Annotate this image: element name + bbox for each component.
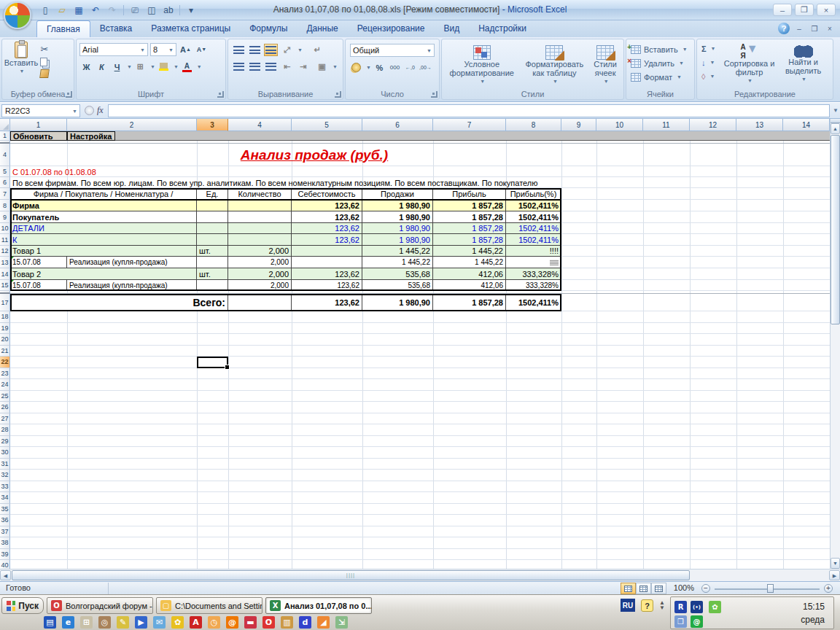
insert-cells-button[interactable]: Вставить▼ xyxy=(629,42,691,56)
cell[interactable]: Обновить xyxy=(10,131,67,141)
cell-r9c7[interactable]: 1 857,28 xyxy=(433,211,506,223)
cell-r13c6[interactable]: 1 445,22 xyxy=(362,257,433,268)
cell-r15c5[interactable]: 123,62 xyxy=(292,280,362,291)
column-header-3[interactable]: 3 xyxy=(197,119,228,131)
row-header-25[interactable]: 25 xyxy=(0,391,10,402)
row-header-1[interactable]: 1 xyxy=(0,131,10,141)
minimize-button[interactable]: – xyxy=(773,4,792,16)
column-header-1[interactable]: 1 xyxy=(10,119,67,131)
shrink-font-button[interactable]: А▼ xyxy=(195,43,209,55)
cell[interactable]: С 01.07.08 по 01.08.08 xyxy=(10,166,362,177)
cell-r10c5[interactable]: 123,62 xyxy=(292,223,362,234)
row-header-19[interactable]: 19 xyxy=(0,323,10,335)
language-indicator[interactable]: RU xyxy=(621,599,635,612)
cell-r15c4[interactable]: 2,000 xyxy=(228,280,292,291)
cell-r13c2[interactable]: Реализация (купля-продажа) xyxy=(67,257,197,268)
currency-format-icon[interactable] xyxy=(349,61,363,74)
cell-r12c3[interactable]: шт. xyxy=(197,246,228,257)
cell-r12c4[interactable]: 2,000 xyxy=(228,246,292,257)
tab-данные[interactable]: Данные xyxy=(297,20,347,37)
column-header-10[interactable]: 10 xyxy=(596,119,643,131)
cell-r11c6[interactable]: 1 980,90 xyxy=(362,234,433,246)
cell-r11c4[interactable] xyxy=(228,234,292,246)
cut-icon[interactable]: ✂ xyxy=(40,44,49,55)
show-desktop-icon[interactable]: ▤ xyxy=(44,616,56,629)
row-header-15[interactable]: 15 xyxy=(0,280,10,291)
column-header-4[interactable]: 4 xyxy=(228,119,292,131)
taskbar-button-1[interactable]: OВолгоградский форум -... xyxy=(47,597,153,614)
column-header-5[interactable]: 5 xyxy=(292,119,362,131)
icq-flower-icon[interactable]: ✿ xyxy=(709,601,721,613)
increase-decimal-icon[interactable]: ←,0 xyxy=(403,61,417,74)
row-header-35[interactable]: 35 xyxy=(0,504,10,516)
flashget-icon[interactable]: ◢ xyxy=(317,616,330,629)
cell-r7c8[interactable]: Прибыль(%) xyxy=(506,188,561,200)
font-dialog-launcher[interactable] xyxy=(217,91,224,98)
zoom-in-icon[interactable]: + xyxy=(824,584,833,593)
row-header-38[interactable]: 38 xyxy=(0,537,10,549)
cell-r14c5[interactable]: 123,62 xyxy=(292,268,362,280)
cell-r12c1[interactable]: Товар 1 xyxy=(10,246,197,257)
scroll-left-icon[interactable]: ◀ xyxy=(0,570,11,580)
cell-r17c8[interactable]: 1502,411% xyxy=(506,294,561,311)
align-left-icon[interactable] xyxy=(232,61,246,73)
row-header-22[interactable]: 22 xyxy=(0,357,10,368)
cell-r15c2[interactable]: Реализация (купля-продажа) xyxy=(67,280,197,291)
number-format-combo[interactable]: Общий▼ xyxy=(350,44,435,57)
scroll-up-icon[interactable]: ▲ xyxy=(831,123,840,134)
name-box[interactable]: R22C3▼ xyxy=(1,104,80,117)
cell-r17c1[interactable]: Всего: xyxy=(10,294,228,311)
insert-function-icon[interactable]: fx xyxy=(97,105,104,116)
increase-indent-icon[interactable]: ⇥ xyxy=(296,61,310,73)
normal-view-button[interactable] xyxy=(621,583,636,594)
decrease-decimal-icon[interactable]: ,00→ xyxy=(419,61,432,74)
cell-r8c8[interactable]: 1502,411% xyxy=(506,200,561,211)
taskbar-button-3[interactable]: XАнализ 01,07,08 по 0... xyxy=(265,597,372,614)
cell-r13c5[interactable] xyxy=(292,257,362,268)
column-header-7[interactable]: 7 xyxy=(433,119,506,131)
sort-filter-button[interactable]: Я▼ Сортировка и фильтр▼ xyxy=(720,42,779,86)
windows-update-icon[interactable]: ⊞ xyxy=(80,616,93,629)
row-header-26[interactable]: 26 xyxy=(0,402,10,413)
fill-color-button[interactable] xyxy=(157,61,171,73)
row-header-8[interactable]: 8 xyxy=(0,200,10,211)
cell-r12c6[interactable]: 1 445,22 xyxy=(362,246,433,257)
row-header-11[interactable]: 11 xyxy=(0,234,10,246)
cell-r12c7[interactable]: 1 445,22 xyxy=(433,246,506,257)
row-header-12[interactable]: 12 xyxy=(0,246,10,257)
cell-r7c3[interactable]: Ед. xyxy=(197,188,228,200)
format-as-table-button[interactable]: Форматировать как таблицу▼ xyxy=(522,43,588,87)
cell-r17c4[interactable] xyxy=(228,294,292,311)
column-header-8[interactable]: 8 xyxy=(506,119,561,131)
row-header-17[interactable]: 17 xyxy=(0,294,10,311)
cell-r9c8[interactable]: 1502,411% xyxy=(506,211,561,223)
cell-r11c1[interactable]: К xyxy=(10,234,197,246)
row-header-27[interactable]: 27 xyxy=(0,413,10,425)
row-header-13[interactable]: 13 xyxy=(0,257,10,268)
cell-r12c8[interactable]: !!!! xyxy=(506,246,561,257)
zoom-level[interactable]: 100% xyxy=(674,583,694,592)
autosum-button[interactable]: Σ▼ xyxy=(700,42,718,55)
row-header-24[interactable]: 24 xyxy=(0,379,10,391)
font-name-combo[interactable]: Arial▼ xyxy=(79,43,148,56)
cell-r17c6[interactable]: 1 980,90 xyxy=(362,294,433,311)
cell-r8c1[interactable]: Фирма xyxy=(10,200,197,211)
cell-r8c6[interactable]: 1 980,90 xyxy=(362,200,433,211)
export-icon[interactable]: ⇲ xyxy=(335,616,348,629)
mail-ru-icon[interactable]: @ xyxy=(226,616,238,629)
zoom-slider[interactable]: − + xyxy=(701,583,833,594)
cell-r8c7[interactable]: 1 857,28 xyxy=(433,200,506,211)
scroll-right-icon[interactable]: ▶ xyxy=(829,570,840,580)
workbook-restore-icon[interactable]: ❐ xyxy=(809,25,820,33)
align-middle-icon[interactable] xyxy=(248,44,262,56)
vertical-scrollbar[interactable]: ▲ ▼ xyxy=(830,119,840,569)
clipboard-dialog-launcher[interactable] xyxy=(66,91,72,98)
cell-styles-button[interactable]: Стили ячеек▼ xyxy=(587,43,623,87)
download-master-icon[interactable]: d xyxy=(299,616,311,629)
cd-burner-icon[interactable]: ◎ xyxy=(98,616,111,629)
mail-agent-icon[interactable]: @ xyxy=(691,615,703,628)
row-header-40[interactable]: 40 xyxy=(0,560,10,569)
row-header-23[interactable]: 23 xyxy=(0,368,10,380)
cell-r10c1[interactable]: ДЕТАЛИ xyxy=(10,223,197,234)
close-button[interactable]: × xyxy=(817,4,836,16)
